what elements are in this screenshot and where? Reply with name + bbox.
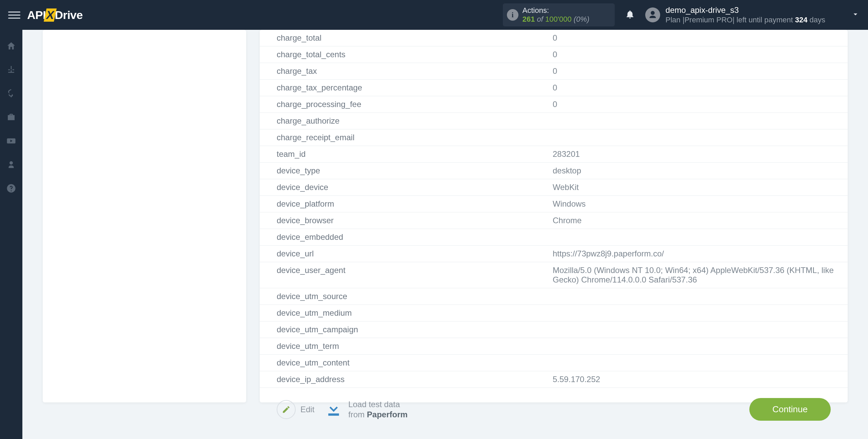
table-row: charge_tax0 [260,63,848,80]
table-row: device_user_agentMozilla/5.0 (Windows NT… [260,262,848,288]
logo[interactable]: APIXDrive [27,8,83,22]
help-icon[interactable] [5,182,17,194]
actions-value: 261 of 100'000 (0%) [522,15,606,24]
field-key: device_url [260,246,545,262]
data-table: charge_total0charge_total_cents0charge_t… [260,30,848,388]
field-key: charge_total_cents [260,46,545,63]
left-panel [43,30,246,402]
user-name: demo_apix-drive_s3 [666,5,825,15]
field-value: 0 [545,46,848,63]
table-row: device_utm_term [260,338,848,355]
logo-text-pre: API [27,8,46,22]
field-value [545,305,848,321]
youtube-icon[interactable] [5,135,17,147]
top-navbar: APIXDrive i Actions: 261 of 100'000 (0%)… [0,0,868,30]
actions-label: Actions: [522,6,606,15]
field-key: device_browser [260,212,545,229]
dollar-icon[interactable] [5,87,17,100]
field-key: charge_authorize [260,113,545,129]
table-row: device_browserChrome [260,212,848,229]
actions-counter[interactable]: i Actions: 261 of 100'000 (0%) [503,3,615,26]
load-test-data-button[interactable]: Load test data from Paperform [324,399,408,420]
table-row: charge_processing_fee0 [260,96,848,113]
avatar-icon [645,7,660,22]
field-value: 0 [545,30,848,46]
field-key: device_utm_campaign [260,321,545,338]
field-value: 0 [545,63,848,80]
bell-icon[interactable] [625,9,635,21]
field-key: team_id [260,146,545,163]
table-row: device_platformWindows [260,196,848,212]
field-value: 5.59.170.252 [545,371,848,388]
table-row: charge_total_cents0 [260,46,848,63]
table-row: device_deviceWebKit [260,179,848,196]
field-value [545,129,848,146]
menu-toggle[interactable] [8,9,20,21]
actions-pct: (0%) [572,15,590,23]
field-key: device_utm_source [260,288,545,305]
logo-text-post: Drive [55,8,83,22]
field-key: device_type [260,163,545,179]
field-value [545,288,848,305]
table-row: device_urlhttps://73pwz8j9.paperform.co/ [260,246,848,262]
briefcase-icon[interactable] [5,111,17,123]
main-area: charge_total0charge_total_cents0charge_t… [22,30,868,439]
field-value [545,321,848,338]
table-row: device_embedded [260,229,848,246]
user-icon[interactable] [5,159,17,171]
actions-count: 261 [522,15,535,23]
table-row: charge_tax_percentage0 [260,80,848,96]
table-row: charge_receipt_email [260,129,848,146]
table-row: device_typedesktop [260,163,848,179]
sidebar [0,30,22,439]
user-text: demo_apix-drive_s3 Plan |Premium PRO| le… [666,5,825,25]
edit-button[interactable]: Edit [277,400,314,419]
right-panel: charge_total0charge_total_cents0charge_t… [260,30,848,402]
table-row: device_utm_source [260,288,848,305]
user-plan: Plan |Premium PRO| left until payment 32… [666,15,825,25]
field-key: charge_processing_fee [260,96,545,113]
field-key: device_utm_content [260,355,545,371]
field-value [545,338,848,355]
user-menu[interactable]: demo_apix-drive_s3 Plan |Premium PRO| le… [645,5,860,25]
field-value: desktop [545,163,848,179]
field-key: charge_tax_percentage [260,80,545,96]
field-value: Mozilla/5.0 (Windows NT 10.0; Win64; x64… [545,262,848,288]
load-text: Load test data from Paperform [348,399,408,420]
field-key: charge_receipt_email [260,129,545,146]
chevron-down-icon [851,10,860,20]
table-row: device_utm_medium [260,305,848,321]
field-key: device_utm_medium [260,305,545,321]
field-value [545,355,848,371]
info-icon: i [507,9,518,21]
field-key: device_ip_address [260,371,545,388]
home-icon[interactable] [5,40,17,52]
field-value: WebKit [545,179,848,196]
table-row: device_utm_content [260,355,848,371]
actions-of: of [535,15,546,23]
card-footer: Edit Load test data from Paperform Conti… [260,388,848,424]
field-key: device_device [260,179,545,196]
field-key: charge_total [260,30,545,46]
field-value [545,113,848,129]
flow-icon[interactable] [5,64,17,76]
actions-total: 100'000 [545,15,572,23]
table-row: team_id283201 [260,146,848,163]
field-key: charge_tax [260,63,545,80]
pencil-icon [277,400,296,419]
field-key: device_platform [260,196,545,212]
field-key: device_user_agent [260,262,545,288]
field-value: Chrome [545,212,848,229]
table-row: device_utm_campaign [260,321,848,338]
field-value: Windows [545,196,848,212]
field-key: device_utm_term [260,338,545,355]
table-row: charge_total0 [260,30,848,46]
table-row: charge_authorize [260,113,848,129]
download-icon [324,400,343,419]
continue-button[interactable]: Continue [749,398,831,421]
field-value: 0 [545,80,848,96]
field-value: 0 [545,96,848,113]
field-key: device_embedded [260,229,545,246]
edit-label: Edit [300,405,314,414]
field-value: 283201 [545,146,848,163]
